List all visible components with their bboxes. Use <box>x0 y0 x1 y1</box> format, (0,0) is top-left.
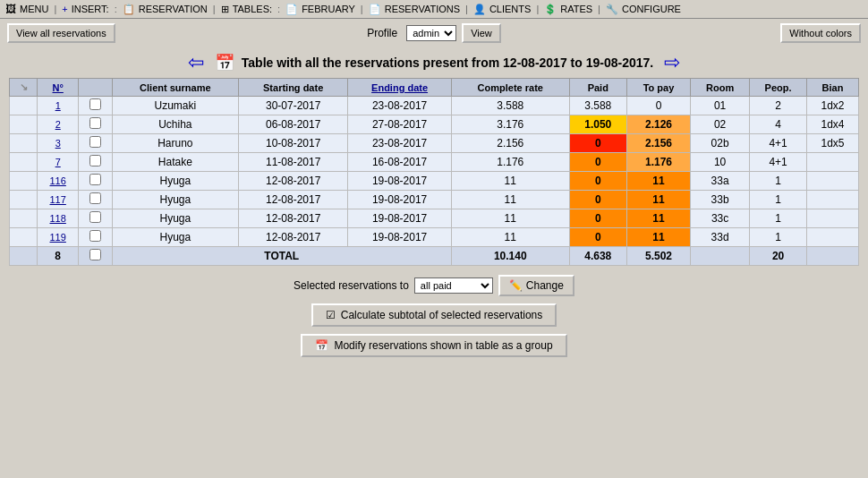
menu-clients[interactable]: CLIENTS <box>489 4 531 14</box>
row-arrow-cell <box>10 134 38 153</box>
menu-rates[interactable]: RATES <box>560 4 592 14</box>
table-cell[interactable]: 119 <box>38 228 79 247</box>
col-header-topay: To pay <box>626 79 690 97</box>
total-checkbox-cell[interactable] <box>79 247 113 266</box>
row-arrow-cell <box>10 209 38 228</box>
col-header-paid: Paid <box>569 79 626 97</box>
menu-reservation[interactable]: RESERVATION <box>139 4 208 14</box>
menu-february[interactable]: FEBRUARY <box>302 4 355 14</box>
row-id-link[interactable]: 117 <box>50 194 66 205</box>
next-arrow-button[interactable]: ⇨ <box>660 53 684 73</box>
row-checkbox[interactable] <box>89 211 101 223</box>
table-cell: 01 <box>691 97 750 115</box>
table-cell: 4 <box>750 115 807 134</box>
row-checkbox[interactable] <box>89 98 101 110</box>
row-checkbox[interactable] <box>89 117 101 129</box>
table-cell[interactable]: 118 <box>38 209 79 228</box>
table-cell[interactable]: 3 <box>38 134 79 153</box>
table-cell: 1dx2 <box>807 97 859 115</box>
payment-status-select[interactable]: all paidpartially paidnot paid <box>414 277 493 294</box>
title-area: ⇦ 📅 Table with all the reservations pres… <box>0 47 868 78</box>
table-row: 118Hyuga12-08-201719-08-20171101133c1 <box>10 209 859 228</box>
reservations-label: RESERVATIONS <box>385 4 460 14</box>
table-cell: 10 <box>691 153 750 172</box>
total-checkbox[interactable] <box>89 249 101 260</box>
calendar-icon: 📅 <box>215 53 234 73</box>
table-cell[interactable] <box>79 97 113 115</box>
table-cell[interactable] <box>79 228 113 247</box>
table-cell[interactable] <box>79 153 113 172</box>
view-button[interactable]: View <box>462 23 501 43</box>
menu-icon: 🖼 <box>5 3 16 15</box>
row-id-link[interactable]: 119 <box>50 232 66 243</box>
change-button[interactable]: ✏️ Change <box>498 275 574 296</box>
table-row: 1Uzumaki30-07-201723-08-20173.5883.58800… <box>10 97 859 115</box>
row-checkbox[interactable] <box>89 136 101 148</box>
row-id-link[interactable]: 3 <box>55 138 61 149</box>
table-cell[interactable]: 116 <box>38 172 79 191</box>
pencil-icon: ✏️ <box>509 279 523 292</box>
table-cell: 1 <box>750 172 807 191</box>
table-cell <box>807 191 859 209</box>
row-checkbox[interactable] <box>89 230 101 242</box>
row-id-link[interactable]: 7 <box>55 157 61 167</box>
table-cell[interactable] <box>79 172 113 191</box>
table-cell: 4+1 <box>750 134 807 153</box>
clients-icon: 👤 <box>473 4 486 15</box>
profile-select[interactable]: admin <box>406 25 456 41</box>
menu-label: MENU <box>20 4 48 14</box>
change-btn-label: Change <box>526 279 564 292</box>
total-arrow-cell <box>10 247 38 266</box>
table-cell[interactable]: 1 <box>38 97 79 115</box>
row-id-link[interactable]: 116 <box>50 175 66 186</box>
profile-label: Profile <box>367 27 397 39</box>
table-cell: 23-08-2017 <box>348 97 452 115</box>
table-container: ↘ N° Client surname Starting date Ending… <box>0 78 868 266</box>
row-checkbox[interactable] <box>89 192 101 204</box>
modify-group-button[interactable]: 📅 Modify reservations shown in table as … <box>301 334 566 357</box>
rates-label: RATES <box>560 4 592 14</box>
row-id-link[interactable]: 2 <box>55 119 61 130</box>
table-cell: 1.176 <box>626 153 690 172</box>
toolbar: View all reservations Profile admin View… <box>0 19 868 47</box>
table-cell: 1 <box>750 228 807 247</box>
table-cell: 19-08-2017 <box>348 228 452 247</box>
table-cell[interactable]: 117 <box>38 191 79 209</box>
row-checkbox[interactable] <box>89 155 101 166</box>
menu-menu[interactable]: MENU <box>20 4 48 14</box>
table-cell[interactable]: 7 <box>38 153 79 172</box>
table-cell: 11 <box>451 191 569 209</box>
table-cell: 11-08-2017 <box>239 153 348 172</box>
total-id-cell: 8 <box>38 247 79 266</box>
selected-reservations-row: Selected reservations to all paidpartial… <box>294 275 574 296</box>
table-cell[interactable] <box>79 209 113 228</box>
menu-tables[interactable]: TABLES: <box>233 4 272 14</box>
table-cell[interactable] <box>79 134 113 153</box>
table-cell: Hyuga <box>112 191 238 209</box>
table-cell: 0 <box>569 209 626 228</box>
total-topay-cell: 5.502 <box>626 247 690 266</box>
table-cell: Hatake <box>112 153 238 172</box>
without-colors-button[interactable]: Without colors <box>780 23 861 43</box>
menu-reservations[interactable]: RESERVATIONS <box>385 4 460 14</box>
table-cell[interactable] <box>79 115 113 134</box>
row-id-link[interactable]: 118 <box>50 213 66 224</box>
row-checkbox[interactable] <box>89 174 101 185</box>
table-cell: 12-08-2017 <box>239 209 348 228</box>
bottom-controls: Selected reservations to all paidpartial… <box>0 266 868 366</box>
table-cell: 11 <box>451 172 569 191</box>
table-cell[interactable]: 2 <box>38 115 79 134</box>
reservations-icon: 📄 <box>369 4 381 15</box>
menu-configure[interactable]: CONFIGURE <box>622 4 681 14</box>
calculate-subtotal-button[interactable]: ☑ Calculate subtotal of selected reserva… <box>311 303 557 327</box>
table-cell: 27-08-2017 <box>348 115 452 134</box>
menu-insert[interactable]: INSERT: <box>72 4 109 14</box>
table-row: 119Hyuga12-08-201719-08-20171101133d1 <box>10 228 859 247</box>
row-id-link[interactable]: 1 <box>55 100 61 111</box>
view-all-button[interactable]: View all reservations <box>7 23 115 43</box>
table-cell[interactable] <box>79 191 113 209</box>
table-cell: Hyuga <box>112 209 238 228</box>
prev-arrow-button[interactable]: ⇦ <box>184 53 208 73</box>
col-header-people: Peop. <box>750 79 807 97</box>
table-cell: 19-08-2017 <box>348 172 452 191</box>
